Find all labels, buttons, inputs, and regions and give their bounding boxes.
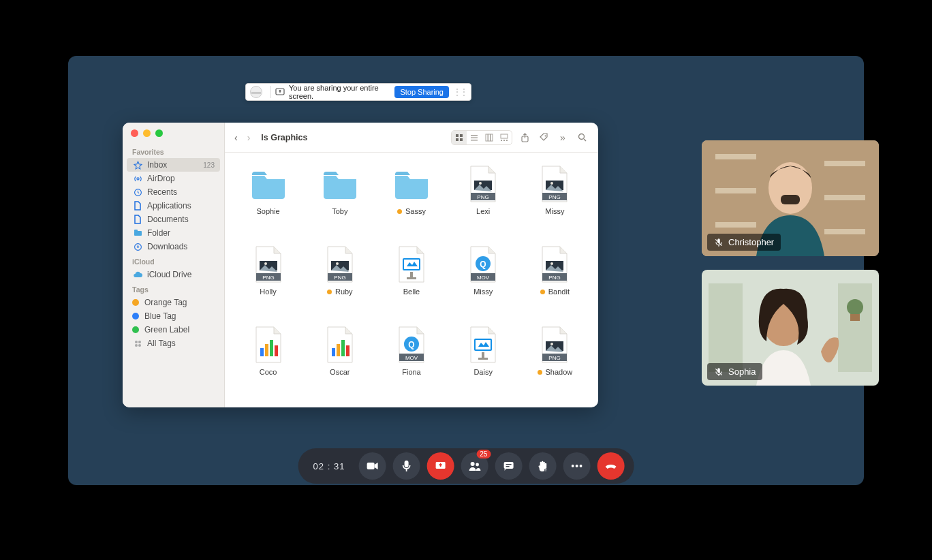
- file-item[interactable]: PNGShadow: [523, 326, 586, 394]
- sidebar-item-label: Orange Tag: [144, 298, 187, 307]
- file-item[interactable]: QMOVMissy: [452, 245, 514, 313]
- view-gallery-button[interactable]: [497, 131, 512, 144]
- file-item[interactable]: PNGHolly: [237, 245, 300, 313]
- svg-rect-18: [488, 134, 491, 141]
- sidebar-item-downloads[interactable]: Downloads: [123, 240, 224, 253]
- file-name: Bandit: [548, 287, 570, 296]
- end-call-button[interactable]: [597, 452, 624, 480]
- all-tags-icon: [132, 339, 143, 348]
- svg-point-25: [544, 136, 546, 137]
- sidebar-item-blue-tag[interactable]: Blue Tag: [123, 309, 224, 323]
- file-thumb-chart-icon: [249, 326, 288, 364]
- view-icons-button[interactable]: [452, 131, 467, 144]
- sidebar-item-recents[interactable]: Recents: [123, 185, 224, 199]
- file-item[interactable]: Coco: [237, 326, 300, 394]
- sidebar-item-airdrop[interactable]: AirDrop: [123, 172, 224, 185]
- drag-handle-icon[interactable]: ⋮⋮: [453, 87, 467, 97]
- file-item[interactable]: Oscar: [309, 326, 371, 394]
- screen-share-toggle-button[interactable]: [426, 452, 454, 480]
- overflow-button[interactable]: »: [556, 131, 570, 144]
- svg-rect-15: [471, 137, 478, 138]
- svg-rect-89: [850, 314, 860, 321]
- more-options-button[interactable]: [563, 452, 590, 480]
- svg-text:Q: Q: [480, 260, 486, 269]
- svg-point-26: [578, 134, 584, 140]
- sidebar-item-applications[interactable]: Applications: [123, 199, 224, 213]
- sidebar-header-favorites: Favorites: [123, 144, 224, 158]
- sidebar-item-label: Folder: [147, 228, 170, 238]
- svg-text:PNG: PNG: [478, 194, 489, 200]
- minimize-window-button[interactable]: [143, 129, 151, 137]
- file-item[interactable]: Belle: [380, 245, 443, 313]
- view-mode-group: [451, 130, 512, 145]
- svg-rect-19: [491, 134, 493, 141]
- sidebar-item-inbox[interactable]: Inbox 123: [127, 158, 220, 172]
- sidebar-item-badge: 123: [203, 161, 215, 169]
- view-columns-button[interactable]: [482, 131, 497, 144]
- participant-name: Christopher: [728, 237, 774, 247]
- sidebar-item-icloud-drive[interactable]: iCloud Drive: [123, 268, 224, 281]
- file-item[interactable]: Sassy: [380, 165, 443, 233]
- sidebar-item-label: All Tags: [147, 339, 176, 348]
- svg-rect-14: [471, 135, 478, 136]
- svg-rect-3: [134, 231, 142, 236]
- stop-sharing-button[interactable]: Stop Sharing: [394, 86, 449, 98]
- finder-main: ‹ › ls Graphics » SophieTobySassyPNGLexi…: [225, 123, 598, 407]
- file-item[interactable]: Daisy: [452, 326, 514, 394]
- sidebar-item-green-label[interactable]: Green Label: [123, 323, 224, 337]
- share-collapse-button[interactable]: —: [250, 86, 262, 98]
- fullscreen-window-button[interactable]: [155, 129, 163, 137]
- svg-text:PNG: PNG: [549, 355, 561, 361]
- svg-point-95: [476, 463, 479, 467]
- sidebar-item-all-tags[interactable]: All Tags: [123, 337, 224, 350]
- svg-rect-20: [501, 134, 508, 138]
- participant-nametag: Sophia: [707, 363, 762, 380]
- svg-rect-92: [404, 461, 408, 467]
- file-name: Ruby: [335, 287, 353, 296]
- file-item[interactable]: PNGRuby: [309, 245, 371, 313]
- nav-forward-button[interactable]: ›: [247, 132, 251, 143]
- call-timer: 02 : 31: [313, 461, 345, 471]
- file-name: Coco: [260, 368, 277, 376]
- participant-tile[interactable]: Christopher: [702, 140, 879, 256]
- mic-muted-icon: [714, 367, 724, 377]
- tag-dot-icon: [132, 313, 139, 320]
- tag-dot-icon: [327, 290, 332, 294]
- file-name: Fiona: [402, 368, 421, 376]
- sidebar-item-label: Applications: [147, 201, 191, 211]
- tag-dot-icon: [397, 209, 402, 214]
- sidebar-item-label: iCloud Drive: [147, 270, 191, 279]
- search-button[interactable]: [575, 131, 589, 144]
- participants-panel: Christopher Sophia: [702, 140, 879, 386]
- sidebar-item-documents[interactable]: Documents: [123, 213, 224, 226]
- file-item[interactable]: Toby: [309, 165, 371, 233]
- chat-button[interactable]: [495, 452, 522, 480]
- file-thumb-key-icon: [464, 326, 502, 364]
- svg-point-40: [336, 262, 339, 265]
- sidebar-item-folder[interactable]: Folder: [123, 226, 224, 240]
- close-window-button[interactable]: [131, 129, 138, 137]
- file-item[interactable]: Sophie: [237, 165, 300, 233]
- svg-rect-69: [482, 352, 484, 358]
- participant-tile[interactable]: Sophia: [702, 270, 879, 386]
- tag-button[interactable]: [537, 131, 550, 144]
- minus-icon: —: [251, 87, 261, 97]
- camera-toggle-button[interactable]: [358, 452, 386, 480]
- mic-toggle-button[interactable]: [392, 452, 420, 480]
- share-status-text: You are sharing your entire screen.: [289, 84, 394, 100]
- svg-rect-97: [506, 464, 511, 465]
- participants-button[interactable]: 25: [461, 452, 488, 480]
- file-item[interactable]: PNGLexi: [452, 165, 514, 233]
- file-item[interactable]: PNGBandit: [523, 245, 586, 313]
- svg-point-36: [264, 262, 267, 265]
- file-item[interactable]: QMOVFiona: [380, 326, 443, 394]
- svg-point-102: [571, 465, 574, 467]
- divider: [270, 86, 271, 98]
- share-button[interactable]: [518, 131, 531, 144]
- raise-hand-button[interactable]: [529, 452, 556, 480]
- file-item[interactable]: PNGMissy: [523, 165, 586, 233]
- svg-text:PNG: PNG: [549, 194, 561, 200]
- sidebar-item-orange-tag[interactable]: Orange Tag: [123, 296, 224, 309]
- nav-back-button[interactable]: ‹: [234, 132, 238, 143]
- view-list-button[interactable]: [467, 131, 482, 144]
